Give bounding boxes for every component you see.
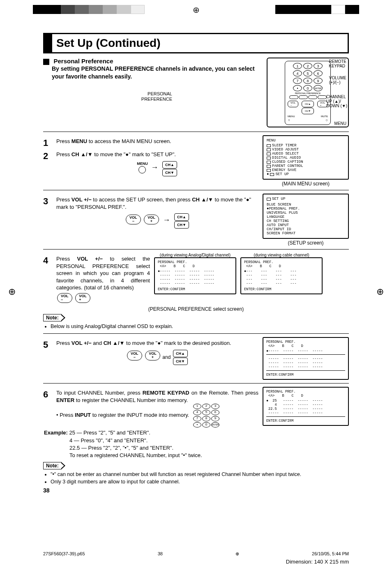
key-4[interactable]: 4: [293, 70, 302, 76]
step-2-body: Press CH ▲/▼ to move the "●" mark to "SE…: [56, 151, 258, 176]
key-1[interactable]: 1: [293, 63, 302, 69]
intro-heading: Personal Preference: [53, 58, 113, 65]
key-0[interactable]: 0: [303, 85, 312, 91]
key-2[interactable]: 2: [303, 63, 312, 69]
note-final-1: "•" can not be enter as channel number b…: [51, 471, 349, 478]
example-label: Example:: [44, 430, 68, 436]
note-final-2: Only 3 digit numbers are allow to input …: [51, 478, 349, 486]
page-content: Set Up (Continued) Personal Preference B…: [37, 29, 355, 528]
page-number: 38: [43, 487, 349, 494]
key-dot[interactable]: •: [293, 85, 302, 91]
headphone-icon: ♀: [288, 118, 291, 122]
osd-item: BLUE SCREEN: [267, 203, 345, 207]
pp-screen-analog: PERSONAL PREF. <A>BCD ●----- ----- -----…: [154, 257, 236, 294]
ch-down-box: CH▼: [173, 358, 188, 365]
pp-screen-step6: PERSONAL PREF. <A>BCD ● 25 ----- ----- -…: [263, 387, 349, 426]
main-menu-osd: MENU SLEEP TIMER VIDEO ADJUST AUDIO SELE…: [263, 135, 349, 180]
remote-diagram: 123 456 789 •0ENTER PERSONAL PREFERENCE …: [267, 58, 349, 127]
vol-plus-pill: VOL +: [75, 293, 90, 303]
osd-item: CH SETTING: [267, 219, 345, 223]
note-label: Note:: [46, 463, 59, 469]
setup-caption: (SETUP screen): [263, 240, 349, 246]
osd-item: PERSONAL PREF.: [269, 207, 300, 211]
ch-up-btn[interactable]: CH▲: [302, 101, 314, 107]
registration-right-icon: ⊕: [376, 286, 384, 297]
setup-osd: SET UP BLUE SCREEN ●PERSONAL PREF. UNIVE…: [263, 194, 349, 239]
osd-item: LANGUAGE: [267, 215, 345, 219]
callout-channel: CHANNEL UP (▲)/ DOWN (▼): [326, 95, 347, 108]
step-6-num: 6: [43, 389, 52, 400]
pp-confirm: ENTER:CONFIRM: [266, 373, 345, 377]
osd-item: SET UP: [275, 172, 288, 176]
pp-screen-cable: PERSONAL PREF. <A>BCD ●--- --- --- --- -…: [240, 257, 323, 294]
pp-title: PERSONAL PREF.: [266, 390, 345, 394]
osd-item: VIDEO ADJUST: [272, 148, 299, 152]
step-2-num: 2: [43, 151, 52, 162]
pp-preset-b[interactable]: [299, 95, 308, 99]
footer: 27SF560(37-39).p65 38 ⊕ 26/10/05, 5:44 P…: [37, 551, 355, 557]
ch-down-btn[interactable]: CH▼: [302, 108, 314, 114]
footer-pg: 38: [158, 551, 163, 557]
pp-preset-a[interactable]: [289, 95, 298, 99]
ch-up-box: CH▲: [174, 213, 189, 221]
intro-sub: By setting PERSONAL PREFERENCE channels …: [52, 65, 263, 81]
vol-minus-pill: VOL −: [126, 215, 141, 224]
key-enter[interactable]: ENTER: [314, 85, 323, 91]
step-4-num: 4: [43, 255, 52, 266]
osd-item: ENERGY SAVE: [272, 168, 296, 172]
and-text: and: [162, 354, 171, 360]
bullet-icon: [43, 59, 49, 65]
menu-label: MENU: [137, 161, 148, 166]
footer-date: 26/10/05, 5:44 PM: [312, 551, 349, 557]
pp-preset-d[interactable]: [318, 95, 327, 99]
step-3-num: 3: [43, 196, 52, 207]
key-3[interactable]: 3: [314, 63, 323, 69]
pp-bar-label: PERSONAL PREFERENCE: [288, 92, 328, 95]
key-6[interactable]: 6: [314, 70, 323, 76]
osd-item: AUDIO SELECT: [272, 152, 299, 156]
pp-title: PERSONAL PREF.: [266, 340, 345, 344]
step-3-body: Press VOL +/− to access the SET UP scree…: [56, 196, 258, 229]
step-4-body: Press VOL +/− to select the PERSONAL PRE…: [56, 255, 150, 303]
registration-bottom-icon: ⊕: [235, 551, 239, 557]
example-2: 4 — Press "0", "4" and "ENTER".: [69, 437, 349, 444]
pp-preset-c[interactable]: [308, 95, 317, 99]
osd-menu-title: MENU: [267, 139, 345, 143]
key-9[interactable]: 9: [314, 78, 323, 84]
step-1-num: 1: [43, 138, 52, 148]
menu-circle-icon: [138, 166, 146, 173]
osd-item: CLOSED CAPTION: [272, 160, 303, 164]
key-5[interactable]: 5: [303, 70, 312, 76]
vol-plus-pill: VOL +: [144, 215, 159, 224]
dimension-text: Dimension: 140 X 215 mm: [286, 559, 349, 565]
osd-item: PARENT CONTROL: [272, 164, 303, 168]
ch-up-box: CH▲: [173, 350, 188, 357]
vol-down-btn[interactable]: VOL−: [288, 101, 298, 107]
menu-btn-label[interactable]: MENU: [288, 115, 295, 118]
osd-item: SLEEP TIMER: [272, 143, 296, 148]
crop-marks: ⊕: [0, 0, 392, 21]
example-1: 25 — Press "2", "5" and "ENTER".: [69, 430, 150, 436]
osd-item: SCREEN FORMAT: [267, 231, 345, 236]
note-label: Note:: [46, 315, 59, 321]
step-6-body: To input CHANNEL Number, press REMOTE KE…: [56, 389, 258, 427]
callout-volume: VOLUME (+)/(−): [329, 76, 346, 85]
key-7[interactable]: 7: [293, 78, 302, 84]
osd-setup-title: SET UP: [272, 197, 285, 201]
mute-btn-label[interactable]: MUTE: [321, 115, 328, 118]
registration-icon: ⊕: [193, 5, 200, 15]
callout-menu: MENU: [334, 121, 346, 126]
example-4: To reset a registered CHANNEL Number, in…: [69, 452, 349, 459]
key-8[interactable]: 8: [303, 78, 312, 84]
step-5-num: 5: [43, 340, 52, 350]
footer-file: 27SF560(37-39).p65: [43, 551, 85, 557]
pp-title: PERSONAL PREF.: [158, 260, 233, 264]
registration-left-icon: ⊕: [8, 286, 16, 297]
osd-item: DIGITAL AUDIO: [272, 156, 301, 160]
step4-common-caption: (PERSONAL PREFERENCE select screen): [43, 306, 349, 312]
vol-plus-pill: VOL +: [145, 351, 160, 360]
ch-down-box: CH▼: [174, 221, 189, 229]
pp-confirm: ENTER:CONFIRM: [266, 419, 345, 423]
vol-minus-pill: VOL −: [127, 351, 142, 360]
step-5-body: Press VOL +/− and CH ▲/▼ to move the "●"…: [56, 340, 258, 365]
